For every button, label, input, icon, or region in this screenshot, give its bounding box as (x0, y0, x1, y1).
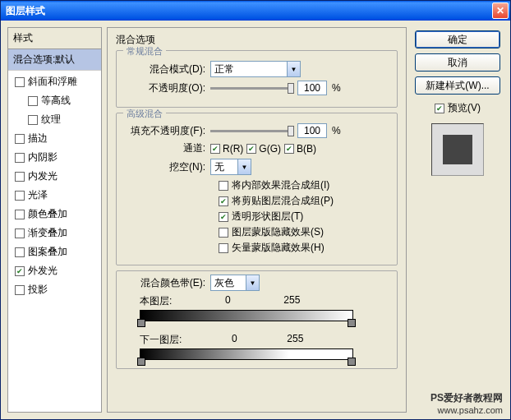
checkbox[interactable] (219, 212, 228, 222)
black-thumb[interactable] (137, 319, 145, 327)
style-checkbox[interactable] (15, 191, 25, 201)
blend-mode-select[interactable]: 正常 ▼ (210, 61, 301, 77)
advanced-option[interactable]: 透明形状图层(T) (219, 210, 390, 224)
style-checkbox[interactable] (15, 210, 25, 219)
style-item[interactable]: 内阴影 (8, 148, 101, 167)
dialog-content: 样式 混合选项:默认 斜面和浮雕等高线纹理描边内阴影内发光光泽颜色叠加渐变叠加图… (1, 21, 510, 419)
style-checkbox[interactable] (28, 96, 38, 106)
fill-unit: % (332, 125, 341, 136)
max-val: 255 (283, 294, 300, 308)
style-checkbox[interactable] (15, 172, 25, 182)
preview-checkbox-row[interactable]: 预览(V) (435, 101, 481, 115)
layer-style-dialog: 图层样式 ✕ 样式 混合选项:默认 斜面和浮雕等高线纹理描边内阴影内发光光泽颜色… (0, 0, 511, 420)
style-item[interactable]: 投影 (8, 280, 101, 299)
opacity-input[interactable] (297, 81, 327, 95)
style-list: 斜面和浮雕等高线纹理描边内阴影内发光光泽颜色叠加渐变叠加图案叠加外发光投影 (8, 71, 101, 301)
style-label: 斜面和浮雕 (28, 75, 77, 89)
blendif-label: 混合颜色带(E): (123, 276, 205, 290)
opacity-slider[interactable] (210, 87, 292, 90)
style-item[interactable]: 颜色叠加 (8, 205, 101, 224)
preview-swatch (443, 135, 472, 164)
general-blending-group: 常规混合 混合模式(D): 正常 ▼ 不透明度(O): % (116, 50, 398, 108)
min-val: 0 (225, 294, 231, 308)
style-checkbox[interactable] (15, 228, 25, 238)
checkbox[interactable] (219, 196, 228, 206)
style-checkbox[interactable] (28, 115, 38, 125)
checkbox[interactable] (219, 243, 228, 253)
advanced-option[interactable]: 图层蒙版隐藏效果(S) (219, 225, 390, 239)
white-thumb[interactable] (348, 358, 356, 366)
this-layer-gradient[interactable] (140, 310, 353, 321)
ok-button[interactable]: 确定 (415, 30, 500, 48)
white-thumb[interactable] (348, 319, 356, 327)
this-layer-label: 本图层: (140, 294, 172, 308)
channels-row: R(R)G(G)B(B) (210, 142, 320, 155)
under-layer-gradient[interactable] (140, 348, 353, 360)
max-val2: 255 (287, 333, 303, 347)
close-icon: ✕ (496, 5, 504, 16)
blending-options-default[interactable]: 混合选项:默认 (8, 49, 101, 71)
black-thumb[interactable] (137, 358, 145, 366)
option-label: 矢量蒙版隐藏效果(H) (232, 241, 325, 255)
watermark-line2: www.psahz.com (430, 405, 503, 415)
slider-thumb[interactable] (288, 126, 294, 136)
style-label: 渐变叠加 (28, 226, 67, 240)
style-checkbox[interactable] (15, 266, 25, 276)
style-label: 颜色叠加 (28, 207, 67, 221)
close-button[interactable]: ✕ (492, 2, 509, 19)
style-checkbox[interactable] (15, 247, 25, 257)
channel-label: R(R) (223, 143, 243, 155)
style-list-header: 样式 (8, 28, 101, 49)
chevron-down-icon: ▼ (287, 62, 300, 76)
channel-checkbox[interactable]: B(B) (284, 143, 316, 155)
preview-label: 预览(V) (448, 101, 481, 115)
channel-checkbox[interactable]: R(R) (210, 143, 243, 155)
advanced-option[interactable]: 矢量蒙版隐藏效果(H) (219, 241, 390, 255)
blend-mode-value: 正常 (214, 62, 234, 76)
preview-checkbox[interactable] (435, 104, 444, 113)
checkbox[interactable] (210, 144, 220, 154)
style-item[interactable]: 斜面和浮雕 (8, 72, 101, 91)
titlebar[interactable]: 图层样式 ✕ (1, 1, 510, 21)
style-label: 图案叠加 (28, 245, 67, 259)
style-item[interactable]: 内发光 (8, 167, 101, 186)
style-list-panel: 样式 混合选项:默认 斜面和浮雕等高线纹理描边内阴影内发光光泽颜色叠加渐变叠加图… (7, 27, 102, 413)
knockout-label: 挖空(N): (123, 160, 205, 174)
advanced-blending-group: 高级混合 填充不透明度(F): % 通道: R(R)G(G)B(B) 挖空(N)… (116, 113, 398, 265)
style-checkbox[interactable] (15, 77, 25, 87)
style-item[interactable]: 等高线 (8, 91, 101, 110)
slider-thumb[interactable] (288, 83, 294, 94)
style-checkbox[interactable] (15, 134, 25, 144)
style-item[interactable]: 图案叠加 (8, 242, 101, 261)
channel-label: B(B) (297, 143, 316, 155)
min-val2: 0 (232, 333, 237, 347)
advanced-option[interactable]: 将剪贴图层混合成组(P) (219, 194, 390, 208)
style-item[interactable]: 纹理 (8, 110, 101, 129)
advanced-group-label: 高级混合 (123, 108, 166, 120)
style-item[interactable]: 渐变叠加 (8, 224, 101, 242)
knockout-select[interactable]: 无 ▼ (210, 159, 251, 175)
checkbox[interactable] (246, 144, 256, 154)
style-checkbox[interactable] (15, 285, 25, 295)
cancel-button[interactable]: 取消 (415, 53, 500, 72)
checkbox[interactable] (284, 144, 294, 154)
blendif-select[interactable]: 灰色 ▼ (210, 275, 260, 291)
fill-opacity-input[interactable] (297, 123, 327, 138)
new-style-button[interactable]: 新建样式(W)... (415, 76, 500, 95)
chevron-down-icon: ▼ (237, 159, 251, 174)
checkbox[interactable] (219, 181, 228, 191)
style-label: 内发光 (28, 169, 58, 183)
fill-opacity-slider[interactable] (210, 130, 292, 132)
knockout-value: 无 (214, 160, 224, 174)
style-label: 内阴影 (28, 150, 58, 164)
checkbox[interactable] (219, 228, 228, 238)
style-item[interactable]: 光泽 (8, 186, 101, 205)
opacity-unit: % (332, 82, 341, 94)
style-item[interactable]: 外发光 (8, 261, 101, 280)
style-checkbox[interactable] (15, 153, 25, 163)
channel-checkbox[interactable]: G(G) (246, 143, 281, 155)
style-item[interactable]: 描边 (8, 129, 101, 148)
style-label: 描边 (28, 132, 48, 145)
advanced-option[interactable]: 将内部效果混合成组(I) (219, 178, 390, 192)
channel-label: 通道: (123, 141, 205, 155)
